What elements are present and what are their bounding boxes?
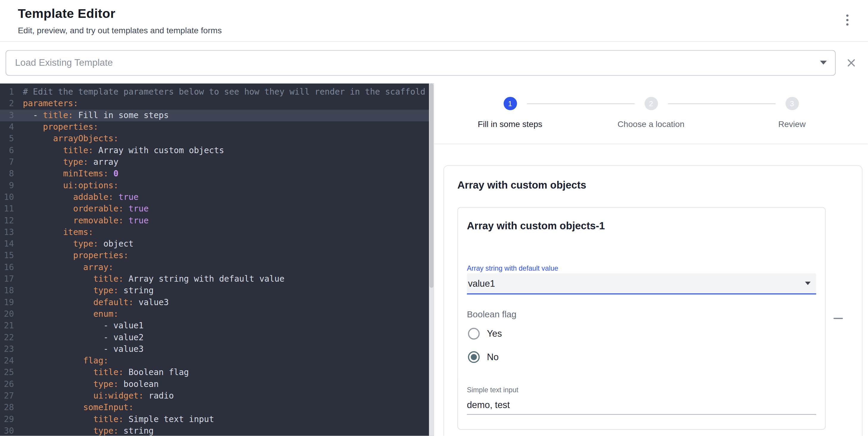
- stepper-section: 1Fill in some steps2Choose a location3Re…: [434, 83, 868, 144]
- line-number: 25: [0, 367, 14, 378]
- code-line[interactable]: 7 type: array: [0, 157, 434, 168]
- code-line[interactable]: 6 title: Array with custom objects: [0, 145, 434, 157]
- line-number: 26: [0, 379, 14, 390]
- step-number-icon: 3: [785, 97, 799, 110]
- array-item-card: Array with custom objects-1 Array string…: [458, 207, 826, 430]
- text-field-block: Simple text input: [467, 386, 816, 414]
- code-line[interactable]: 30 type: string: [0, 425, 434, 436]
- array-item-row: Array with custom objects-1 Array string…: [458, 207, 849, 430]
- step-number-icon: 2: [645, 97, 658, 110]
- line-number: 22: [0, 332, 14, 343]
- page-header: Template Editor Edit, preview, and try o…: [0, 0, 868, 42]
- chevron-down-icon: [820, 61, 827, 65]
- line-number: 19: [0, 297, 14, 308]
- code-line[interactable]: 21 - value1: [0, 320, 434, 332]
- code-line[interactable]: 28 someInput:: [0, 402, 434, 413]
- line-number: 13: [0, 227, 14, 238]
- remove-item-button[interactable]: [826, 306, 850, 330]
- line-number: 29: [0, 414, 14, 425]
- editor-scrollbar[interactable]: [429, 83, 434, 436]
- line-number: 18: [0, 285, 14, 297]
- line-number: 2: [0, 98, 14, 109]
- line-number: 1: [0, 86, 14, 98]
- code-line[interactable]: 2parameters:: [0, 98, 434, 109]
- stepper-connector: [527, 103, 634, 104]
- code-line[interactable]: 3 - title: Fill in some steps: [0, 110, 434, 121]
- line-number: 27: [0, 390, 14, 402]
- code-line[interactable]: 23 - value3: [0, 343, 434, 355]
- radio-checked-icon: [468, 351, 479, 363]
- more-options-button[interactable]: [838, 11, 857, 30]
- stepper: 1Fill in some steps2Choose a location3Re…: [434, 97, 868, 129]
- code-line[interactable]: 12 removable: true: [0, 215, 434, 226]
- step-label: Review: [778, 119, 805, 129]
- radio-group-label: Boolean flag: [467, 310, 816, 320]
- template-loader-toolbar: Load Existing Template: [0, 42, 868, 83]
- template-preview-panel: 1Fill in some steps2Choose a location3Re…: [434, 83, 868, 436]
- stepper-connector: [668, 103, 775, 104]
- array-field-title: Array with custom objects: [458, 179, 849, 192]
- step-label: Choose a location: [618, 119, 685, 129]
- array-string-select[interactable]: value1: [467, 273, 816, 295]
- minus-icon: [833, 317, 843, 319]
- scrollbar-thumb[interactable]: [430, 83, 433, 288]
- simple-text-input[interactable]: [467, 400, 816, 415]
- line-number: 6: [0, 145, 14, 157]
- code-line[interactable]: 15 properties:: [0, 250, 434, 261]
- line-number: 16: [0, 262, 14, 273]
- array-field-card: Array with custom objects Array with cus…: [443, 165, 862, 436]
- yaml-code-editor[interactable]: 1# Edit the template parameters below to…: [0, 83, 434, 436]
- radio-option-label: No: [487, 351, 499, 362]
- line-number: 4: [0, 121, 14, 133]
- radio-option[interactable]: Yes: [467, 324, 816, 343]
- code-line[interactable]: 10 addable: true: [0, 192, 434, 203]
- line-number: 20: [0, 308, 14, 320]
- code-line[interactable]: 29 title: Simple text input: [0, 414, 434, 425]
- code-line[interactable]: 27 ui:widget: radio: [0, 390, 434, 402]
- code-line[interactable]: 9 ui:options:: [0, 180, 434, 192]
- radio-option-label: Yes: [487, 328, 502, 339]
- chevron-down-icon: [805, 282, 811, 285]
- code-line[interactable]: 25 title: Boolean flag: [0, 367, 434, 378]
- stepper-step-2: 2Choose a location: [581, 97, 721, 129]
- code-lines: 1# Edit the template parameters below to…: [0, 86, 434, 436]
- radio-unchecked-icon: [468, 328, 479, 339]
- kebab-icon: [846, 14, 849, 16]
- line-number: 21: [0, 320, 14, 332]
- line-number: 7: [0, 157, 14, 168]
- code-line[interactable]: 16 array:: [0, 262, 434, 273]
- clear-template-button[interactable]: [841, 53, 861, 73]
- line-number: 28: [0, 402, 14, 413]
- code-line[interactable]: 8 minItems: 0: [0, 168, 434, 180]
- array-item-title: Array with custom objects-1: [467, 220, 816, 232]
- code-line[interactable]: 11 orderable: true: [0, 203, 434, 215]
- page-subtitle: Edit, preview, and try out templates and…: [18, 26, 222, 35]
- code-line[interactable]: 19 default: value3: [0, 297, 434, 308]
- line-number: 14: [0, 238, 14, 250]
- radio-group: YesNo: [467, 324, 816, 366]
- load-template-select[interactable]: Load Existing Template: [6, 50, 836, 75]
- code-line[interactable]: 4 properties:: [0, 121, 434, 133]
- stepper-step-1: 1Fill in some steps: [440, 97, 581, 129]
- code-line[interactable]: 18 type: string: [0, 285, 434, 297]
- line-number: 24: [0, 355, 14, 367]
- line-number: 12: [0, 215, 14, 226]
- code-line[interactable]: 17 title: Array string with default valu…: [0, 273, 434, 285]
- line-number: 17: [0, 273, 14, 285]
- code-line[interactable]: 5 arrayObjects:: [0, 133, 434, 144]
- code-line[interactable]: 24 flag:: [0, 355, 434, 367]
- code-line[interactable]: 13 items:: [0, 227, 434, 238]
- code-line[interactable]: 22 - value2: [0, 332, 434, 343]
- line-number: 11: [0, 203, 14, 215]
- line-number: 8: [0, 168, 14, 180]
- code-line[interactable]: 14 type: object: [0, 238, 434, 250]
- remove-item-area: [826, 306, 850, 330]
- radio-option[interactable]: No: [467, 347, 816, 366]
- select-field-block: Array string with default value value1: [467, 264, 816, 295]
- code-line[interactable]: 1# Edit the template parameters below to…: [0, 86, 434, 98]
- code-line[interactable]: 20 enum:: [0, 308, 434, 320]
- line-number: 5: [0, 133, 14, 144]
- code-line[interactable]: 26 type: boolean: [0, 379, 434, 390]
- line-number: 30: [0, 425, 14, 436]
- step-label: Fill in some steps: [478, 119, 542, 129]
